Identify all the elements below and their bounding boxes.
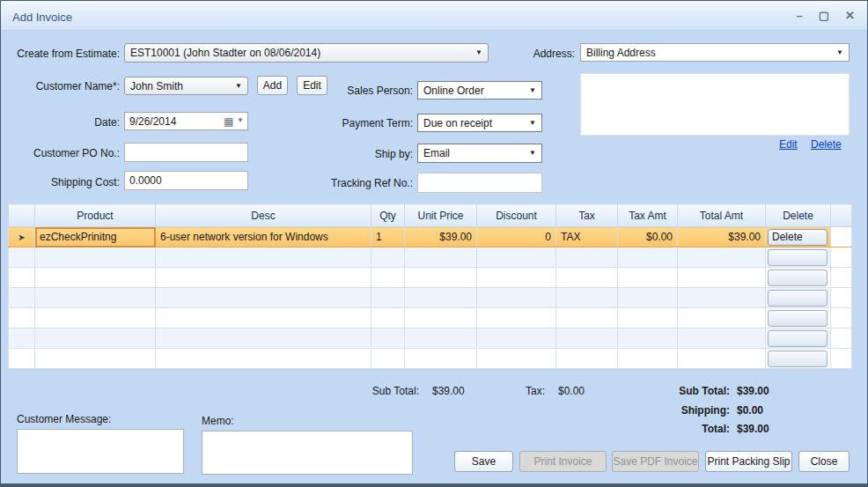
sales-person-combobox[interactable]: Online Order ▼ (417, 81, 542, 100)
add-invoice-dialog: Add Invoice – ▢ ✕ Create from Estimate: … (0, 0, 868, 487)
col-qty[interactable]: Qty (371, 204, 405, 227)
grid-tax-value: $0.00 (558, 385, 585, 397)
date-label: Date: (1, 116, 120, 129)
dialog-title: Add Invoice (12, 11, 72, 24)
summary-total-value: $39.00 (737, 423, 769, 435)
payment-term-value: Due on receipt (423, 117, 492, 129)
cell-tax[interactable]: TAX (556, 227, 618, 247)
customer-name-label: Customer Name*: (1, 80, 120, 92)
shipping-cost-input[interactable] (124, 171, 248, 190)
customer-message-label: Customer Message: (17, 413, 111, 425)
delete-row-button[interactable] (768, 290, 828, 306)
delete-row-button[interactable] (768, 269, 828, 286)
payment-term-label: Payment Term: (283, 117, 413, 129)
col-delete[interactable]: Delete (766, 204, 831, 227)
cell-product[interactable]: ezCheckPrinitng (35, 227, 156, 247)
chevron-down-icon: ▼ (529, 150, 536, 157)
ship-by-label: Ship by: (283, 148, 413, 160)
col-discount[interactable]: Discount (477, 204, 556, 227)
col-tax-amt[interactable]: Tax Amt (618, 204, 678, 227)
maximize-icon[interactable]: ▢ (819, 8, 829, 24)
close-button[interactable]: Close (798, 451, 850, 472)
cell-delete: Delete (766, 227, 831, 247)
print-invoice-button[interactable]: Print Invoice (519, 451, 607, 472)
address-delete-link[interactable]: Delete (811, 138, 842, 151)
summary-shipping-value: $0.00 (737, 404, 763, 417)
table-row-empty[interactable] (9, 328, 852, 349)
payment-term-combobox[interactable]: Due on receipt ▼ (417, 114, 542, 132)
row-selector-cell[interactable]: ➤ (9, 227, 35, 247)
table-row-selected[interactable]: ➤ ezCheckPrinitng 6-user network version… (9, 227, 852, 247)
delete-row-button[interactable] (768, 330, 828, 347)
sales-person-value: Online Order (423, 85, 484, 97)
cell-desc[interactable]: 6-user network version for Windows (156, 227, 371, 247)
col-unit-price[interactable]: Unit Price (405, 204, 477, 227)
close-icon[interactable]: ✕ (845, 8, 855, 24)
invoice-items-grid: Product Desc Qty Unit Price Discount Tax… (8, 203, 852, 369)
delete-row-button[interactable]: Delete (768, 229, 828, 246)
address-display-box (580, 73, 850, 136)
estimate-combobox[interactable]: EST10001 (John Stadter on 08/06/2014) ▼ (124, 43, 489, 63)
memo-textarea[interactable] (202, 431, 413, 475)
row-selector-arrow-icon: ➤ (18, 232, 25, 242)
grid-header-filler (831, 204, 852, 227)
save-pdf-invoice-button[interactable]: Save PDF Invoice (612, 451, 699, 472)
table-row-empty[interactable] (9, 268, 852, 288)
customer-po-label: Customer PO No.: (1, 147, 120, 159)
cell-qty[interactable]: 1 (371, 227, 405, 247)
cell-discount[interactable]: 0 (477, 227, 556, 247)
customer-po-input[interactable] (124, 143, 248, 162)
address-edit-link[interactable]: Edit (779, 138, 798, 151)
delete-row-button[interactable] (768, 350, 828, 367)
title-bar: Add Invoice – ▢ ✕ (1, 1, 867, 31)
grid-subtotal-label: Sub Total: (331, 385, 419, 397)
print-packing-slip-button[interactable]: Print Packing Slip (705, 451, 792, 472)
shipping-cost-label: Shipping Cost: (1, 176, 120, 188)
customer-message-textarea[interactable] (17, 429, 184, 474)
table-row-empty[interactable] (9, 308, 852, 328)
estimate-label: Create from Estimate: (1, 48, 120, 60)
col-desc[interactable]: Desc (156, 204, 371, 227)
table-row-empty[interactable] (9, 349, 852, 369)
col-total-amt[interactable]: Total Amt (678, 204, 766, 227)
chevron-down-icon: ▼ (529, 87, 536, 94)
chevron-down-icon: ▼ (529, 120, 536, 127)
row-selector-header (9, 204, 35, 227)
ship-by-combobox[interactable]: Email ▼ (417, 144, 542, 163)
estimate-value: EST10001 (John Stadter on 08/06/2014) (130, 47, 320, 59)
grid-tax-label: Tax: (492, 385, 545, 397)
grid-header-row: Product Desc Qty Unit Price Discount Tax… (9, 204, 852, 227)
calendar-icon[interactable]: ▦ (224, 116, 233, 127)
chevron-down-icon[interactable]: ▼ (237, 117, 244, 124)
window-bottom-border (1, 483, 867, 486)
cell-total-amt[interactable]: $39.00 (678, 227, 766, 247)
row-filler (831, 227, 852, 247)
summary-subtotal-value: $39.00 (737, 385, 769, 397)
chevron-down-icon: ▼ (235, 83, 242, 90)
table-row-empty[interactable] (9, 247, 852, 268)
grid-subtotal-value: $39.00 (432, 385, 465, 397)
save-button[interactable]: Save (454, 451, 513, 472)
cell-unit-price[interactable]: $39.00 (405, 227, 477, 247)
chevron-down-icon: ▼ (475, 49, 482, 56)
chevron-down-icon: ▼ (836, 49, 843, 56)
tracking-ref-label: Tracking Ref No.: (283, 177, 413, 189)
address-combobox[interactable]: Billing Address ▼ (580, 43, 850, 62)
customer-name-combobox[interactable]: John Smith ▼ (124, 77, 248, 95)
col-tax[interactable]: Tax (556, 204, 618, 227)
delete-row-button[interactable] (768, 249, 828, 266)
address-value: Billing Address (586, 47, 656, 59)
tracking-ref-input[interactable] (417, 173, 542, 193)
summary-shipping-label: Shipping: (607, 404, 730, 417)
address-label: Address: (490, 48, 575, 60)
sales-person-label: Sales Person: (283, 85, 413, 97)
table-row-empty[interactable] (9, 288, 852, 308)
delete-row-button[interactable] (768, 310, 828, 327)
cell-tax-amt[interactable]: $0.00 (618, 227, 678, 247)
minimize-icon[interactable]: – (797, 8, 803, 24)
summary-subtotal-label: Sub Total: (607, 385, 730, 397)
customer-name-value: John Smith (130, 80, 183, 92)
memo-label: Memo: (202, 415, 234, 427)
summary-total-label: Total: (607, 423, 730, 435)
col-product[interactable]: Product (35, 204, 156, 227)
